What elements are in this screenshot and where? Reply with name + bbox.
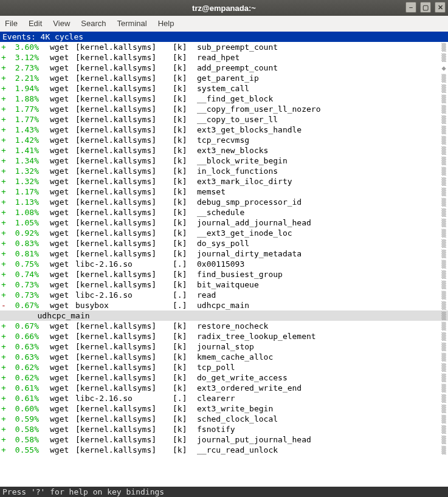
expand-sign[interactable]: +	[1, 414, 7, 424]
close-button[interactable]: ✕	[435, 2, 446, 13]
perf-row[interactable]: +0.75%wgetlibc-2.16.so[.]0x00115093	[0, 259, 448, 269]
expand-sign[interactable]: +	[1, 383, 7, 393]
perf-row[interactable]: +1.34%wget[kernel.kallsyms][k]__block_wr…	[0, 156, 448, 166]
scroll-track[interactable]: ▒	[441, 156, 447, 166]
perf-row[interactable]: +1.05%wget[kernel.kallsyms][k]journal_ad…	[0, 218, 448, 228]
scroll-track[interactable]: ▒	[441, 208, 447, 218]
perf-row[interactable]: +0.62%wget[kernel.kallsyms][k]do_get_wri…	[0, 372, 448, 383]
scroll-track[interactable]: ▒	[441, 74, 447, 84]
perf-row[interactable]: +1.41%wget[kernel.kallsyms][k]ext3_new_b…	[0, 145, 448, 156]
scroll-track[interactable]: ▒	[441, 414, 447, 425]
perf-row[interactable]: +0.62%wget[kernel.kallsyms][k]tcp_poll	[0, 362, 448, 372]
expand-sign[interactable]: +	[1, 249, 7, 259]
expand-sign[interactable]: +	[1, 372, 7, 383]
scroll-track[interactable]: ▒	[441, 43, 447, 53]
scroll-track[interactable]: ▒	[441, 373, 447, 383]
scroll-track[interactable]: ▒	[441, 197, 447, 208]
scroll-track[interactable]: ▒	[441, 187, 447, 197]
expand-sign[interactable]: +	[1, 197, 7, 207]
scrollbar[interactable]: ▒▒◆▒▒▒▒▒▒▒▒▒▒▒▒▒▒▒▒▒▒▒▒▒▒▒▒▒▒▒▒▒▒▒▒▒▒▒▒▒	[441, 43, 447, 486]
expand-sign[interactable]: +	[1, 434, 7, 445]
perf-row[interactable]: +1.88%wget[kernel.kallsyms][k]__find_get…	[0, 94, 448, 104]
scroll-track[interactable]: ▒	[441, 425, 447, 435]
expand-sign[interactable]: +	[1, 445, 7, 455]
perf-row[interactable]: +1.77%wget[kernel.kallsyms][k]__copy_to_…	[0, 114, 448, 125]
expand-sign[interactable]: +	[1, 259, 7, 269]
expand-sign[interactable]: +	[1, 269, 7, 279]
scroll-track[interactable]: ▒	[441, 394, 447, 404]
menu-edit[interactable]: Edit	[29, 19, 42, 28]
perf-row[interactable]: +0.55%wget[kernel.kallsyms][k]__rcu_read…	[0, 445, 448, 455]
menu-view[interactable]: View	[53, 19, 70, 28]
menu-file[interactable]: File	[5, 19, 18, 28]
expand-sign[interactable]: +	[1, 104, 7, 114]
expand-sign[interactable]: +	[1, 125, 7, 135]
expand-sign[interactable]: +	[1, 238, 7, 249]
expand-sign[interactable]: +	[1, 321, 7, 331]
expand-sign[interactable]: +	[1, 207, 7, 218]
expand-sign[interactable]: +	[1, 52, 7, 63]
scroll-track[interactable]: ▒	[441, 84, 447, 94]
expand-sign[interactable]: +	[1, 156, 7, 166]
scroll-track[interactable]: ▒	[441, 363, 447, 373]
scroll-track[interactable]: ▒	[441, 105, 447, 115]
perf-row[interactable]: +0.92%wget[kernel.kallsyms][k]__ext3_get…	[0, 228, 448, 238]
expand-sign[interactable]: +	[1, 94, 7, 104]
expand-sign[interactable]: +	[1, 166, 7, 176]
scroll-track[interactable]: ▒	[441, 259, 447, 270]
scroll-track[interactable]: ▒	[441, 311, 447, 321]
expand-sign[interactable]: +	[1, 279, 7, 290]
scroll-track[interactable]: ▒	[441, 280, 447, 290]
perf-row[interactable]: +0.61%wgetlibc-2.16.so[.]clearerr	[0, 393, 448, 403]
scroll-track[interactable]: ▒	[441, 270, 447, 280]
scroll-track[interactable]: ▒	[441, 228, 447, 239]
perf-row[interactable]: +0.58%wget[kernel.kallsyms][k]fsnotify	[0, 424, 448, 434]
perf-row[interactable]: +1.77%wget[kernel.kallsyms][k]__copy_fro…	[0, 104, 448, 114]
scroll-track[interactable]: ▒	[441, 352, 447, 363]
scroll-track[interactable]: ▒	[441, 177, 447, 187]
expand-sign[interactable]: +	[1, 403, 7, 414]
perf-row[interactable]: +0.61%wget[kernel.kallsyms][k]ext3_order…	[0, 383, 448, 393]
perf-row[interactable]: +1.32%wget[kernel.kallsyms][k]ext3_mark_…	[0, 176, 448, 187]
expand-sign[interactable]: +	[1, 228, 7, 238]
scroll-track[interactable]: ▒	[441, 404, 447, 414]
scroll-track[interactable]: ▒	[441, 135, 447, 146]
menu-search[interactable]: Search	[81, 19, 106, 28]
expand-sign[interactable]: +	[1, 352, 7, 362]
perf-row[interactable]: +0.59%wget[kernel.kallsyms][k]sched_cloc…	[0, 414, 448, 424]
expand-sign[interactable]: +	[1, 83, 7, 94]
perf-row[interactable]: +0.73%wgetlibc-2.16.so[.]read	[0, 290, 448, 300]
minimize-button[interactable]: –	[405, 2, 416, 13]
perf-row[interactable]: +0.60%wget[kernel.kallsyms][k]ext3_write…	[0, 403, 448, 414]
scroll-track[interactable]: ▒	[441, 321, 447, 332]
perf-row[interactable]: +0.63%wget[kernel.kallsyms][k]journal_st…	[0, 341, 448, 352]
scroll-track[interactable]: ▒	[441, 301, 447, 311]
scroll-track[interactable]: ▒	[441, 53, 447, 63]
expand-sign[interactable]: +	[1, 176, 7, 187]
perf-row[interactable]: +3.60%wget[kernel.kallsyms][k]sub_preemp…	[0, 42, 448, 52]
perf-row[interactable]: +1.13%wget[kernel.kallsyms][k]debug_smp_…	[0, 197, 448, 207]
expand-sign[interactable]: +	[1, 218, 7, 228]
expand-sign[interactable]: +	[1, 114, 7, 125]
menu-help[interactable]: Help	[158, 19, 174, 28]
expand-sign[interactable]: -	[1, 300, 7, 310]
perf-row[interactable]: +0.58%wget[kernel.kallsyms][k]journal_pu…	[0, 434, 448, 445]
perf-row[interactable]: +0.66%wget[kernel.kallsyms][k]radix_tree…	[0, 331, 448, 341]
expand-sign[interactable]: +	[1, 145, 7, 156]
scroll-track[interactable]: ▒	[441, 166, 447, 177]
perf-row[interactable]: +1.43%wget[kernel.kallsyms][k]ext3_get_b…	[0, 125, 448, 135]
perf-row[interactable]: +2.21%wget[kernel.kallsyms][k]get_parent…	[0, 73, 448, 83]
scroll-track[interactable]: ▒	[441, 445, 447, 456]
expand-sign[interactable]: +	[1, 362, 7, 372]
scroll-track[interactable]: ▒	[441, 342, 447, 352]
expand-sign[interactable]: +	[1, 63, 7, 73]
scroll-track[interactable]: ▒	[441, 332, 447, 342]
expand-sign[interactable]: +	[1, 393, 7, 403]
perf-row[interactable]: +2.73%wget[kernel.kallsyms][k]add_preemp…	[0, 63, 448, 73]
scroll-track[interactable]: ▒	[441, 115, 447, 125]
expand-sign[interactable]: +	[1, 42, 7, 52]
perf-row[interactable]: +0.81%wget[kernel.kallsyms][k]journal_di…	[0, 249, 448, 259]
perf-row[interactable]: +1.08%wget[kernel.kallsyms][k]__schedule	[0, 207, 448, 218]
perf-row[interactable]: +0.74%wget[kernel.kallsyms][k]find_busie…	[0, 269, 448, 279]
scroll-thumb[interactable]: ◆	[441, 63, 447, 74]
